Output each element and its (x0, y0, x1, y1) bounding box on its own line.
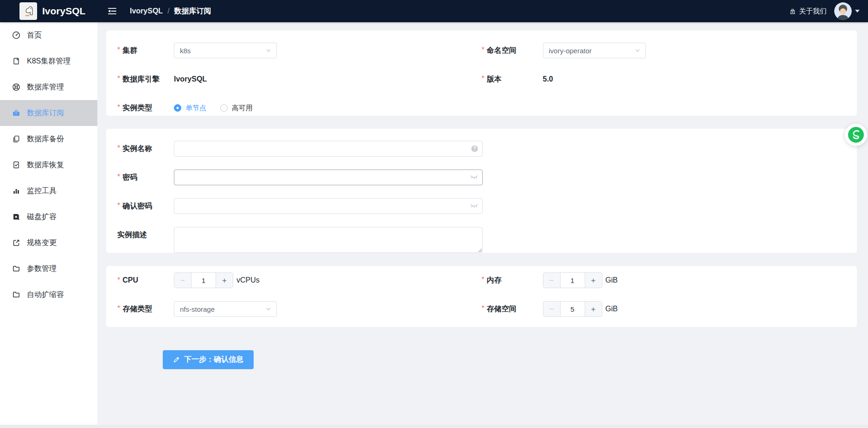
cpu-unit: vCPUs (236, 276, 260, 284)
user-avatar-image (834, 2, 852, 20)
user-menu[interactable] (834, 2, 860, 20)
edit-icon (173, 356, 180, 363)
engine-label: *数据库引擎 (117, 75, 174, 84)
instance-type-label: *实例类型 (117, 103, 174, 113)
chevron-down-icon[interactable] (855, 10, 860, 13)
sidebar-item-parameter-management[interactable]: 参数管理 (0, 256, 97, 282)
support-widget-disc (845, 124, 867, 146)
cpu-increase-button[interactable]: + (216, 273, 233, 288)
sidebar-item-monitoring-tools[interactable]: 监控工具 (0, 178, 97, 204)
sidebar-item-label: 数据库管理 (27, 82, 64, 92)
storage-size-input[interactable] (560, 302, 585, 316)
sidebar-item-label: 规格变更 (27, 238, 57, 248)
support-widget[interactable] (845, 124, 867, 146)
sidebar-item-label: 参数管理 (27, 264, 57, 274)
version-value: 5.0 (543, 75, 553, 83)
app-header: IvorySQL IvorySQL / 数据库订阅 关于我们 (0, 0, 868, 22)
required-mark: * (482, 276, 485, 284)
description-textarea[interactable] (174, 227, 483, 253)
instance-name-input[interactable] (174, 141, 483, 157)
eye-closed-icon[interactable] (470, 175, 478, 181)
sidebar-item-database-restore[interactable]: 数据库恢复 (0, 152, 97, 178)
sidebar-item-database-management[interactable]: 数据库管理 (0, 74, 97, 100)
storage-type-select[interactable]: nfs-storage (174, 301, 277, 317)
breadcrumb-root[interactable]: IvorySQL (130, 7, 163, 15)
sidebar-item-label: 数据库备份 (27, 134, 64, 144)
storage-size-increase-button[interactable]: + (585, 302, 602, 316)
chevron-down-icon (265, 306, 272, 312)
sidebar-item-label: 数据库订阅 (27, 108, 64, 118)
password-input[interactable] (174, 170, 483, 185)
storage-size-decrease-button[interactable]: − (543, 302, 560, 316)
green-swirl-icon (848, 126, 864, 143)
radio-high-availability[interactable]: 高可用 (220, 104, 253, 113)
instance-info-card: *实例名称 ? *密码 (106, 129, 857, 253)
confirm-password-label: *确认密码 (117, 201, 174, 211)
resource-card: *CPU − + vCPUs *内存 − + GiB *存储类 (106, 266, 857, 327)
eye-closed-icon[interactable] (470, 203, 478, 209)
storage-size-unit: GiB (606, 305, 618, 313)
sidebar: 首页 K8S集群管理 数据库管理 数据库订阅 数据库备份 数据库恢复 (0, 22, 97, 428)
required-mark: * (117, 75, 120, 83)
sidebar-item-autoscaling[interactable]: 自动扩缩容 (0, 282, 97, 308)
required-mark: * (482, 304, 485, 313)
about-us-link[interactable]: 关于我们 (789, 7, 827, 16)
memory-label: *内存 (482, 276, 543, 285)
description-label: 实例描述 (117, 230, 174, 240)
engine-value: IvorySQL (174, 75, 207, 83)
radio-unchecked-icon (220, 104, 228, 112)
chevron-down-icon (634, 47, 641, 54)
breadcrumb: IvorySQL / 数据库订阅 (130, 6, 211, 16)
cpu-decrease-button[interactable]: − (174, 273, 191, 288)
required-mark: * (117, 103, 120, 112)
instance-type-radio-group: 单节点 高可用 (174, 104, 253, 113)
radio-single-node-label: 单节点 (185, 104, 206, 113)
cpu-input[interactable] (191, 273, 216, 288)
lifebuoy-icon (12, 83, 20, 91)
sidebar-item-disk-expansion[interactable]: 磁盘扩容 (0, 204, 97, 230)
radio-high-availability-label: 高可用 (232, 104, 253, 113)
memory-decrease-button[interactable]: − (543, 273, 560, 288)
confirm-password-input[interactable] (174, 198, 483, 214)
cluster-select-value: k8s (180, 47, 191, 55)
sidebar-item-home[interactable]: 首页 (0, 22, 97, 48)
sidebar-item-label: K8S集群管理 (27, 57, 70, 66)
memory-input[interactable] (560, 273, 585, 288)
version-label: *版本 (482, 75, 543, 84)
brand: IvorySQL (0, 2, 97, 20)
sidebar-item-database-backup[interactable]: 数据库备份 (0, 126, 97, 152)
sidebar-item-database-subscription[interactable]: 数据库订阅 (0, 100, 97, 126)
main-content: *集群 k8s *命名空间 ivory-operator *数据库引擎 Ivor… (97, 22, 868, 428)
storage-type-select-value: nfs-storage (180, 305, 215, 313)
radio-single-node[interactable]: 单节点 (174, 104, 206, 113)
sidebar-item-label: 磁盘扩容 (27, 212, 57, 222)
collapse-menu-icon (108, 7, 117, 15)
document-icon (12, 57, 20, 65)
memory-increase-button[interactable]: + (585, 273, 602, 288)
sidebar-item-k8s-cluster[interactable]: K8S集群管理 (0, 48, 97, 74)
chevron-down-icon (265, 47, 272, 54)
required-mark: * (117, 173, 120, 181)
sidebar-collapse-button[interactable] (106, 5, 119, 17)
cpu-stepper: − + (174, 272, 233, 288)
building-icon (789, 8, 796, 15)
svg-text:?: ? (473, 146, 476, 151)
brand-title: IvorySQL (42, 6, 85, 17)
header-right: 关于我们 (789, 2, 868, 20)
horizontal-scrollbar[interactable] (0, 425, 868, 428)
cluster-select[interactable]: k8s (174, 43, 277, 58)
folder-icon (12, 264, 20, 273)
required-mark: * (117, 46, 120, 54)
password-label: *密码 (117, 173, 174, 183)
next-step-button[interactable]: 下一步：确认信息 (163, 350, 254, 369)
sidebar-item-spec-change[interactable]: 规格变更 (0, 230, 97, 256)
bar-chart-icon (12, 187, 20, 195)
required-mark: * (117, 276, 120, 284)
memory-unit: GiB (606, 276, 618, 284)
cluster-label: *集群 (117, 46, 174, 56)
namespace-select[interactable]: ivory-operator (543, 43, 646, 58)
storage-size-stepper: − + (543, 301, 602, 317)
avatar[interactable] (834, 2, 852, 20)
disk-icon (12, 213, 20, 221)
instance-name-label: *实例名称 (117, 144, 174, 154)
